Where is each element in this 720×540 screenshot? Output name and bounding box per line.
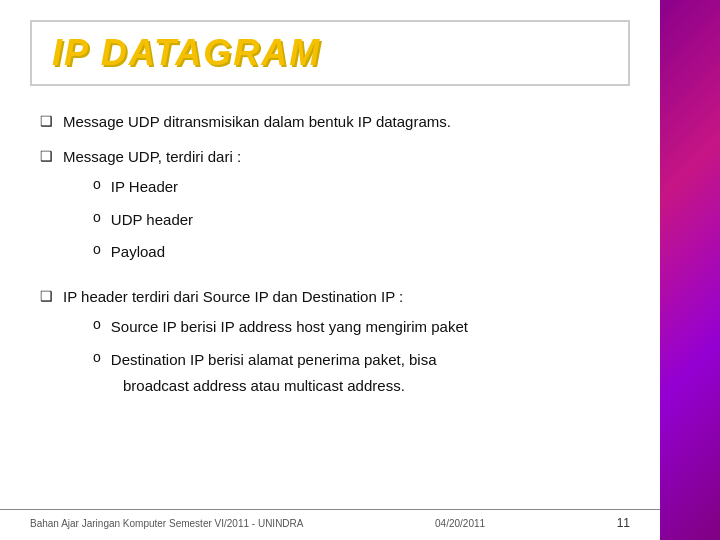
sub-bullet-icon-3-1: o xyxy=(93,316,101,332)
sub-items-2: o IP Header o UDP header o Payload xyxy=(93,176,241,264)
bullet-item-2: ❑ Message UDP, terdiri dari : o IP Heade… xyxy=(40,146,630,274)
sub-item-3-1: o Source IP berisi IP address host yang … xyxy=(93,316,468,339)
sub-item-2-1: o IP Header xyxy=(93,176,241,199)
sub-text-2-1: IP Header xyxy=(111,176,178,199)
sub-item-2-2: o UDP header xyxy=(93,209,241,232)
bullet-icon-1: ❑ xyxy=(40,113,53,129)
footer: Bahan Ajar Jaringan Komputer Semester VI… xyxy=(0,516,660,530)
sub-bullet-icon-2-1: o xyxy=(93,176,101,192)
main-content: IP DATAGRAM ❑ Message UDP ditransmisikan… xyxy=(0,0,660,540)
bullet-item-1: ❑ Message UDP ditransmisikan dalam bentu… xyxy=(40,111,630,134)
sub-text-3-2: Destination IP berisi alamat penerima pa… xyxy=(111,349,437,372)
title-box: IP DATAGRAM xyxy=(30,20,630,86)
footer-page-number: 11 xyxy=(617,516,630,530)
bullet-icon-3: ❑ xyxy=(40,288,53,304)
sub-item-3-2: o Destination IP berisi alamat penerima … xyxy=(93,349,468,372)
bullet-item-3: ❑ IP header terdiri dari Source IP dan D… xyxy=(40,286,630,407)
bullet-text-2: Message UDP, terdiri dari : xyxy=(63,148,241,165)
content-area: ❑ Message UDP ditransmisikan dalam bentu… xyxy=(30,111,630,406)
footer-left-text: Bahan Ajar Jaringan Komputer Semester VI… xyxy=(30,518,303,529)
sub-bullet-icon-3-2: o xyxy=(93,349,101,365)
sub-bullet-icon-2-3: o xyxy=(93,241,101,257)
page-title: IP DATAGRAM xyxy=(52,32,321,73)
footer-center-text: 04/20/2011 xyxy=(435,518,485,529)
continuation-text: broadcast address atau multicast address… xyxy=(123,377,468,394)
bullet-text-3: IP header terdiri dari Source IP dan Des… xyxy=(63,288,403,305)
sub-text-2-3: Payload xyxy=(111,241,165,264)
bullet-icon-2: ❑ xyxy=(40,148,53,164)
sub-text-3-1: Source IP berisi IP address host yang me… xyxy=(111,316,468,339)
sub-item-2-3: o Payload xyxy=(93,241,241,264)
bullet-text-1: Message UDP ditransmisikan dalam bentuk … xyxy=(63,111,451,134)
sub-bullet-icon-2-2: o xyxy=(93,209,101,225)
sub-text-2-2: UDP header xyxy=(111,209,193,232)
footer-line xyxy=(0,509,660,510)
right-decoration xyxy=(660,0,720,540)
sub-items-3: o Source IP berisi IP address host yang … xyxy=(93,316,468,371)
